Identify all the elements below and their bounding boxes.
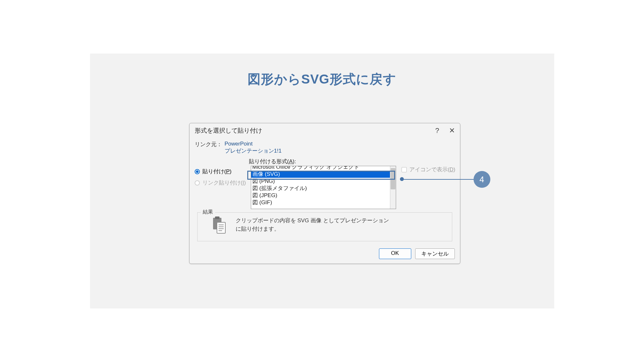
callout-badge: 4 (474, 171, 490, 188)
format-list[interactable]: Microsoft Office グラフィック オブジェクト 画像 (SVG) … (251, 166, 396, 209)
display-as-icon-label: アイコンで表示(D) (409, 166, 455, 173)
radio-paste-link: リンク貼り付け(I) (195, 179, 247, 186)
format-item-jpeg[interactable]: 図 (JPEG) (251, 192, 396, 199)
paste-mode-radio-group: 貼り付け(P) リンク貼り付け(I) (195, 166, 247, 190)
display-as-icon-checkbox: アイコンで表示(D) (402, 166, 455, 173)
format-item-0[interactable]: Microsoft Office グラフィック オブジェクト (251, 166, 396, 171)
radio-paste[interactable]: 貼り付け(P) (195, 168, 247, 175)
callout-number: 4 (479, 175, 484, 185)
callout-line (400, 179, 478, 180)
radio-icon (195, 169, 200, 174)
dialog-titlebar: 形式を選択して貼り付け ? ✕ (189, 123, 460, 136)
link-source-line2: プレゼンテーション1!1 (225, 147, 282, 155)
format-item-svg[interactable]: 画像 (SVG) (251, 171, 396, 178)
paste-special-dialog: 形式を選択して貼り付け ? ✕ リンク元： PowerPoint プレゼンテーシ… (189, 123, 460, 264)
dialog-button-row: OK キャンセル (189, 245, 460, 264)
radio-paste-label: 貼り付け(P) (202, 168, 232, 175)
slide-title: 図形からSVG形式に戻す (248, 70, 396, 88)
clipboard-paste-icon (210, 216, 228, 235)
link-source-values: PowerPoint プレゼンテーション1!1 (225, 141, 282, 155)
close-icon[interactable]: ✕ (449, 126, 455, 135)
result-groupbox: 結果 クリップボードの内容を SVG 画像 としてプレゼ (197, 212, 452, 241)
link-source: リンク元： PowerPoint プレゼンテーション1!1 (195, 141, 455, 155)
result-label: 結果 (201, 209, 215, 216)
link-source-line1: PowerPoint (225, 141, 282, 147)
link-source-label: リンク元： (195, 141, 222, 155)
format-item-png[interactable]: 図 (PNG) (251, 178, 396, 185)
svg-rect-2 (217, 222, 225, 233)
radio-paste-link-label: リンク貼り付け(I) (202, 179, 246, 186)
scrollbar[interactable] (390, 166, 396, 209)
result-description: クリップボードの内容を SVG 画像 としてプレゼンテーションに貼り付けます。 (236, 216, 394, 233)
help-icon[interactable]: ? (435, 126, 439, 135)
ok-button[interactable]: OK (379, 248, 411, 259)
cancel-button[interactable]: キャンセル (415, 248, 455, 259)
dialog-body: リンク元： PowerPoint プレゼンテーション1!1 貼り付ける形式(A)… (189, 136, 460, 245)
format-list-label: 貼り付ける形式(A): (249, 158, 455, 165)
format-item-emf[interactable]: 図 (拡張メタファイル) (251, 185, 396, 192)
svg-rect-1 (215, 216, 220, 219)
checkbox-icon (402, 167, 407, 172)
radio-icon (195, 180, 200, 186)
slide: 図形からSVG形式に戻す 形式を選択して貼り付け ? ✕ リンク元： Power… (90, 54, 554, 308)
scrollbar-thumb[interactable] (391, 168, 395, 189)
format-item-gif[interactable]: 図 (GIF) (251, 199, 396, 206)
dialog-title: 形式を選択して貼り付け (195, 126, 262, 135)
